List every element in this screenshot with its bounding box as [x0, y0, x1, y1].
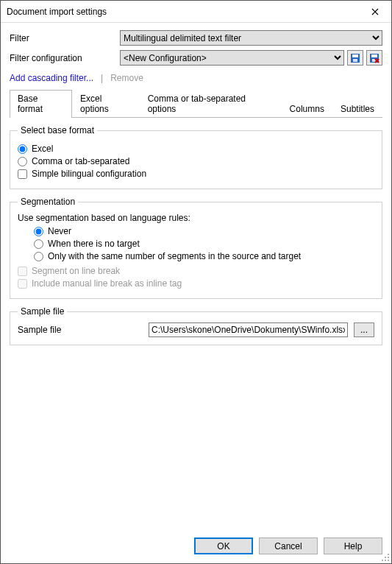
tab-excel-options[interactable]: Excel options	[72, 90, 140, 118]
floppy-delete-icon	[369, 53, 379, 63]
radio-excel-row[interactable]: Excel	[18, 144, 374, 154]
tabs: Base format Excel options Comma or tab-s…	[10, 89, 382, 118]
radio-comma-row[interactable]: Comma or tab-separated	[18, 156, 374, 166]
radio-no-target-row[interactable]: When there is no target	[34, 239, 374, 249]
checkbox-simple-bilingual-label: Simple bilingual configuration	[32, 169, 146, 179]
sample-file-input[interactable]	[149, 322, 348, 337]
filter-config-combo[interactable]: <New Configuration>	[120, 50, 344, 66]
checkbox-inline-tag-label: Include manual line break as inline tag	[32, 278, 182, 289]
save-config-button[interactable]	[347, 50, 363, 66]
radio-never-row[interactable]: Never	[34, 226, 374, 236]
tab-base-format[interactable]: Base format	[10, 90, 72, 118]
checkbox-seg-linebreak-row: Segment on line break	[18, 266, 374, 276]
cascading-links-row: Add cascading filter... | Remove	[10, 73, 382, 83]
filter-config-row: Filter configuration <New Configuration>	[10, 50, 382, 66]
svg-rect-2	[353, 59, 357, 62]
segmentation-intro: Use segmentation based on language rules…	[18, 213, 374, 223]
filter-label: Filter	[10, 33, 120, 43]
sample-file-legend: Sample file	[18, 306, 67, 317]
window-title: Document import settings	[7, 7, 359, 17]
sample-file-label: Sample file	[18, 325, 143, 335]
svg-rect-1	[352, 54, 358, 57]
tab-columns[interactable]: Columns	[282, 100, 332, 118]
radio-no-target-label: When there is no target	[48, 239, 140, 249]
ok-button[interactable]: OK	[194, 537, 253, 554]
svg-rect-4	[371, 54, 377, 57]
checkbox-seg-linebreak	[18, 267, 27, 276]
checkbox-inline-tag	[18, 279, 27, 289]
radio-never-label: Never	[48, 226, 71, 236]
add-cascading-filter-link[interactable]: Add cascading filter...	[10, 73, 93, 83]
radio-same-segments-row[interactable]: Only with the same number of segments in…	[34, 251, 374, 261]
radio-never[interactable]	[34, 227, 43, 236]
checkbox-simple-bilingual-row[interactable]: Simple bilingual configuration	[18, 169, 374, 179]
radio-same-segments[interactable]	[34, 252, 43, 261]
close-button[interactable]	[359, 1, 391, 23]
base-format-legend: Select base format	[18, 125, 97, 135]
filter-config-label: Filter configuration	[10, 53, 120, 63]
radio-no-target[interactable]	[34, 239, 43, 249]
radio-same-segments-label: Only with the same number of segments in…	[48, 251, 301, 261]
close-icon	[371, 8, 379, 15]
titlebar: Document import settings	[1, 1, 391, 23]
help-button[interactable]: Help	[324, 537, 382, 554]
floppy-save-icon	[350, 53, 360, 63]
filter-combo[interactable]: Multilingual delimited text filter	[120, 30, 382, 46]
cancel-button[interactable]: Cancel	[259, 537, 318, 554]
tab-subtitles[interactable]: Subtitles	[332, 100, 382, 118]
base-format-fieldset: Select base format Excel Comma or tab-se…	[10, 125, 382, 189]
radio-excel[interactable]	[18, 144, 27, 154]
checkbox-seg-linebreak-label: Segment on line break	[32, 266, 120, 276]
remove-cascading-filter-link: Remove	[110, 73, 143, 83]
tab-comma-tab-options[interactable]: Comma or tab-separated options	[140, 90, 282, 118]
footer: OK Cancel Help	[1, 532, 391, 563]
radio-comma-label: Comma or tab-separated	[32, 156, 129, 166]
delete-config-button[interactable]	[366, 50, 382, 66]
segmentation-legend: Segmentation	[18, 197, 78, 207]
filter-row: Filter Multilingual delimited text filte…	[10, 30, 382, 46]
sample-file-fieldset: Sample file Sample file ...	[10, 306, 382, 345]
radio-excel-label: Excel	[32, 144, 53, 154]
spacer	[10, 353, 382, 526]
segmentation-fieldset: Segmentation Use segmentation based on l…	[10, 197, 382, 299]
content-area: Filter Multilingual delimited text filte…	[1, 23, 391, 532]
radio-comma[interactable]	[18, 157, 27, 166]
browse-button-label: ...	[360, 325, 368, 335]
checkbox-simple-bilingual[interactable]	[18, 169, 27, 179]
checkbox-inline-tag-row: Include manual line break as inline tag	[18, 278, 374, 289]
link-separator: |	[101, 73, 103, 83]
browse-button[interactable]: ...	[354, 322, 374, 337]
